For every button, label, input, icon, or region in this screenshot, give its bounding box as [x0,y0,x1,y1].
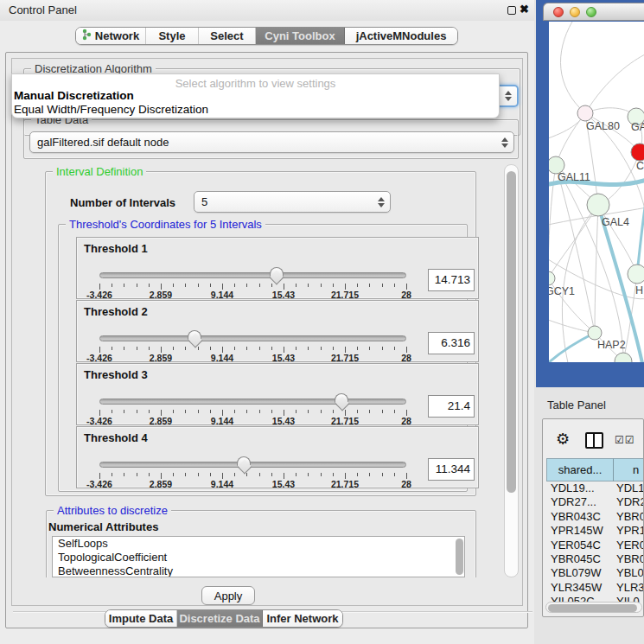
table-cell[interactable]: YDR27... [546,495,614,509]
attribute-item[interactable]: SelfLoops [53,537,464,551]
table-cell[interactable]: YBR0 [614,552,644,566]
table-cell[interactable]: YPR145W [546,524,614,538]
table-row[interactable]: YER054CYER0 [546,539,644,552]
algorithm-option[interactable]: Equal Width/Frequency Discretization [14,103,498,116]
threshold-panel: Threshold 1-3.4262.8599.14415.4321.71528… [76,237,479,299]
table-cell[interactable]: YDL1 [614,481,644,495]
table-cell[interactable]: YDL19... [546,481,614,495]
table-cell[interactable]: YER0 [614,539,644,552]
threshold-slider[interactable] [99,335,406,341]
table-cell[interactable]: YBL0 [614,566,644,580]
threshold-panel: Threshold 2-3.4262.8599.14415.4321.71528… [76,300,479,362]
close-traffic-light-icon[interactable] [553,7,564,17]
float-panel-icon[interactable] [507,6,516,15]
slider-handle[interactable] [188,330,201,340]
table-cell[interactable]: YLR3 [614,581,644,595]
scrollbar-thumb[interactable] [507,171,516,493]
zoom-traffic-light-icon[interactable] [586,7,596,17]
network-window-titlebar[interactable] [543,3,644,21]
tab-network[interactable]: Network [76,28,146,44]
table-panel: ⚙ ☑☑ shared... n YDL19...YDL1YDR27...YDR… [542,418,644,617]
attribute-item[interactable]: BetweennessCentrality [53,564,464,577]
table-cell[interactable]: YBR045C [546,552,614,566]
threshold-slider[interactable] [99,399,406,405]
spinner-arrows-icon [501,137,508,148]
minimize-traffic-light-icon[interactable] [570,7,580,17]
column-layout-icon[interactable] [585,432,603,449]
threshold-slider[interactable] [99,462,406,468]
network-window: GAL80GACGAL11GAL4HGCY1HAP2 [536,0,644,387]
table-cell[interactable]: YER054C [546,539,614,552]
threshold-label: Threshold 4 [84,431,148,444]
threshold-value-field[interactable]: 21.4 [428,395,475,418]
control-panel: Control Panel ✖ NetworkStyleSelectCyni T… [0,0,534,644]
close-icon[interactable]: ✖ [520,3,529,16]
network-edge [598,205,637,274]
node-label: GAL11 [558,171,590,183]
attribute-item[interactable]: TopologicalCoefficient [53,551,464,564]
slider-handle[interactable] [335,393,348,403]
bottom-tab-impute-data[interactable]: Impute Data [105,610,177,627]
bottom-tab-discretize-data[interactable]: Discretize Data [177,610,263,627]
table-hscrollbar[interactable] [545,602,642,613]
slider-handle[interactable] [270,267,284,277]
gear-icon[interactable]: ⚙ [556,430,570,448]
table-data-group: Table Data galFiltered.sif default node [23,119,519,159]
bottom-tab-infer-network[interactable]: Infer Network [263,610,342,627]
scrollbar-thumb[interactable] [548,604,637,612]
tab-style[interactable]: Style [146,28,199,44]
table-row[interactable]: YBL079WYBL0 [546,566,644,580]
node-label: GA [631,121,644,133]
network-edge [556,165,595,333]
panel-title: Control Panel [9,3,77,16]
panel-body: Discretization Algorithm Table Data galF… [5,52,528,628]
number-of-intervals-select[interactable]: 5 [194,191,391,213]
threshold-value-field[interactable]: 6.316 [428,332,475,354]
tab-cyni-toolbox[interactable]: Cyni Toolbox [256,28,345,44]
numerical-attributes-label: Numerical Attributes [48,520,158,533]
network-node[interactable] [588,326,602,340]
numerical-attributes-list[interactable]: SelfLoopsTopologicalCoefficientBetweenne… [52,536,465,577]
network-node[interactable] [615,353,632,362]
tab-jactivemnodules[interactable]: jActiveMNodules [345,28,457,44]
cyni-tab-content: Discretization Algorithm Table Data galF… [11,58,523,606]
network-node[interactable] [631,143,644,161]
network-canvas[interactable]: GAL80GACGAL11GAL4HGCY1HAP2 [549,22,644,362]
number-of-intervals-value: 5 [201,195,207,208]
table-cell[interactable]: YPR1 [614,524,644,538]
slider-tick-labels: -3.4262.8599.14415.4321.71528 [99,290,406,299]
table-row[interactable]: YBR045CYBR0 [546,552,644,566]
node-label: GAL80 [586,120,620,132]
slider-handle[interactable] [237,456,251,466]
threshold-value-field[interactable]: 11.344 [428,458,475,481]
table-cell[interactable]: YLR345W [546,581,614,595]
tab-select[interactable]: Select [199,28,256,44]
table-cell[interactable]: YBR043C [546,510,614,524]
table-row[interactable]: YBR043CYBR0 [546,510,644,524]
right-side: GAL80GACGAL11GAL4HGCY1HAP2 Table Panel ⚙… [534,0,644,644]
network-node[interactable] [628,265,644,284]
checkbox-icons[interactable]: ☑☑ [615,434,635,446]
apply-button[interactable]: Apply [201,586,255,605]
table-row[interactable]: YDL19...YDL1 [546,481,644,495]
table-row[interactable]: YLR345WYLR3 [546,581,644,595]
network-node[interactable] [577,105,593,121]
node-label: HAP2 [597,339,626,351]
threshold-slider[interactable] [99,272,406,278]
column-header[interactable]: n [614,458,644,481]
network-node[interactable] [549,271,555,285]
table-cell[interactable]: YBR0 [614,510,644,524]
table-data-select[interactable]: galFiltered.sif default node [29,131,514,153]
table-cell[interactable]: YDR2 [614,495,644,509]
app: Control Panel ✖ NetworkStyleSelectCyni T… [0,0,644,644]
table-cell[interactable]: YBL079W [546,566,614,580]
list-scrollbar[interactable] [456,539,463,575]
settings-scrollbar[interactable] [504,164,519,577]
table-row[interactable]: YPR145WYPR1 [546,524,644,538]
table-row[interactable]: YDR27...YDR2 [546,495,644,509]
threshold-value-field[interactable]: 14.713 [428,269,475,291]
bottom-tab-bar: Impute DataDiscretize DataInfer Network [105,609,343,628]
network-node[interactable] [587,194,609,216]
column-header[interactable]: shared... [546,458,614,481]
algorithm-option[interactable]: Manual Discretization [14,89,498,102]
